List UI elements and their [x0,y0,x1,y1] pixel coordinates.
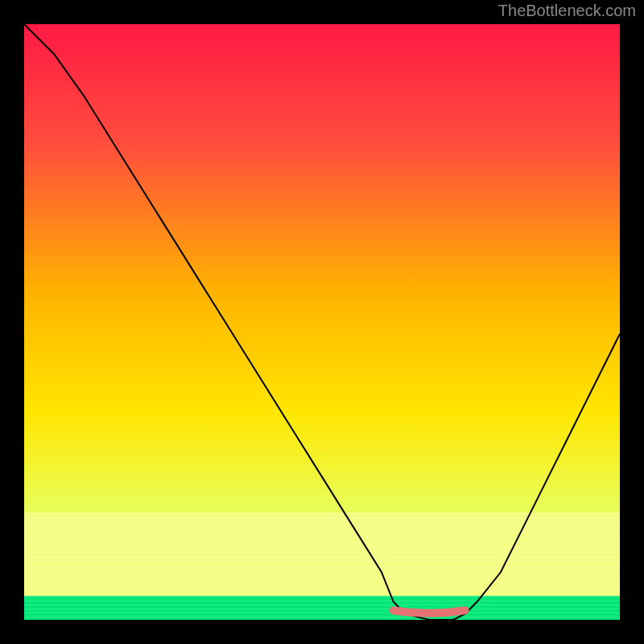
chart-container: TheBottleneck.com [0,0,644,644]
svg-rect-12 [24,571,620,572]
optimal-range-marker [394,610,465,613]
svg-rect-16 [24,590,620,592]
svg-rect-6 [24,542,620,543]
svg-rect-14 [24,580,620,582]
svg-rect-23 [24,616,620,617]
svg-rect-20 [24,604,620,605]
svg-rect-1 [24,518,620,519]
svg-rect-8 [24,551,620,553]
svg-rect-13 [24,576,620,577]
svg-rect-9 [24,556,620,558]
watermark-text: TheBottleneck.com [498,2,636,20]
svg-rect-5 [24,537,620,539]
svg-rect-3 [24,527,620,529]
svg-rect-2 [24,522,620,524]
svg-rect-10 [24,561,620,563]
gradient-background [24,24,620,620]
svg-rect-7 [24,547,620,548]
svg-rect-19 [24,600,620,601]
chart-svg [24,24,620,620]
svg-rect-11 [24,566,620,568]
svg-rect-4 [24,532,620,534]
plot-area [24,24,620,620]
svg-rect-15 [24,585,620,587]
svg-rect-22 [24,612,620,613]
svg-rect-21 [24,608,620,609]
svg-rect-18 [24,596,620,597]
